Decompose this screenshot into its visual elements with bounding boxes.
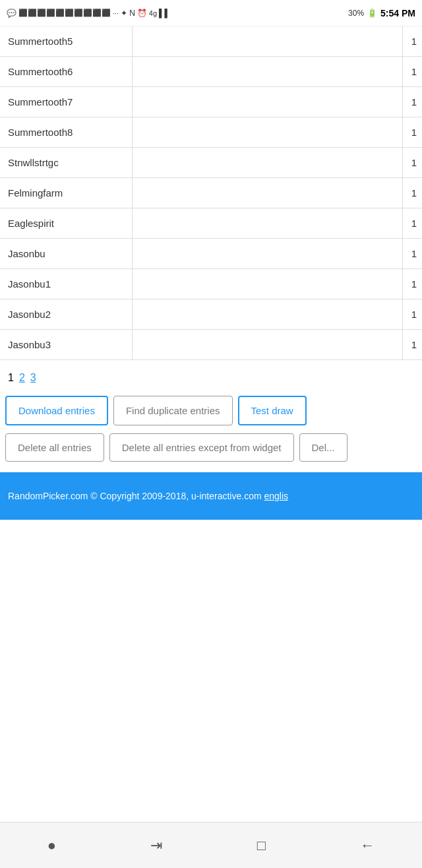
entry-count: 1 — [402, 148, 422, 178]
table-row: Jasonbu3 1 — [0, 330, 422, 360]
nav-home-icon[interactable]: □ — [257, 837, 266, 854]
buttons-row-1: Download entriesFind duplicate entriesTe… — [5, 396, 417, 425]
entries-table-container: Summertooth5 1 Summertooth6 1 Summertoot… — [0, 26, 422, 360]
dots-icon: ··· — [113, 9, 119, 17]
entry-name: Eaglespirit — [0, 208, 132, 239]
download-entries-button[interactable]: Download entries — [5, 396, 108, 425]
entry-col2 — [132, 330, 402, 360]
entry-count: 1 — [402, 330, 422, 360]
signal-bars-icon: ▌▌ — [159, 9, 170, 18]
table-row: Jasonbu 1 — [0, 239, 422, 269]
entry-name: Summertooth6 — [0, 57, 132, 87]
notification-icon: 💬 — [7, 9, 16, 18]
bottom-nav: ● ⇥ □ ← — [0, 822, 422, 868]
nav-tab-icon[interactable]: ⇥ — [150, 837, 162, 854]
table-row: Eaglespirit 1 — [0, 208, 422, 239]
nav-back-icon[interactable]: ← — [360, 837, 375, 854]
entry-count: 1 — [402, 178, 422, 208]
footer: RandomPicker.com © Copyright 2009-2018, … — [0, 472, 422, 520]
status-time: 5:54 PM — [380, 8, 415, 18]
table-row: Summertooth6 1 — [0, 57, 422, 87]
page-2-link[interactable]: 2 — [19, 372, 25, 384]
entry-name: Felmingfarm — [0, 178, 132, 208]
entry-count: 1 — [402, 239, 422, 269]
entry-count: 1 — [402, 208, 422, 239]
footer-copyright: RandomPicker.com © Copyright 2009-2018, … — [8, 491, 264, 501]
table-row: Summertooth5 1 — [0, 26, 422, 57]
entry-col2 — [132, 178, 402, 208]
nfc-icon: N — [129, 9, 135, 18]
table-row: Summertooth8 1 — [0, 117, 422, 148]
entry-name: Jasonbu1 — [0, 269, 132, 299]
entry-col2 — [132, 299, 402, 330]
entry-count: 1 — [402, 299, 422, 330]
entry-col2 — [132, 148, 402, 178]
table-row: Jasonbu1 1 — [0, 269, 422, 299]
page-1: 1 — [8, 372, 14, 384]
page-3-link[interactable]: 3 — [30, 372, 36, 384]
delete-all-button[interactable]: Delete all entries — [5, 433, 104, 462]
nav-dot-icon[interactable]: ● — [47, 837, 56, 854]
entry-name: Jasonbu3 — [0, 330, 132, 360]
find-duplicate-button[interactable]: Find duplicate entries — [113, 396, 233, 425]
entry-count: 1 — [402, 87, 422, 117]
entry-name: Summertooth7 — [0, 87, 132, 117]
action-buttons-section: Download entriesFind duplicate entriesTe… — [0, 396, 422, 472]
status-right: 30% 🔋 5:54 PM — [348, 8, 415, 18]
entry-col2 — [132, 208, 402, 239]
entry-name: Summertooth8 — [0, 117, 132, 148]
test-draw-button[interactable]: Test draw — [238, 396, 307, 425]
table-row: Summertooth7 1 — [0, 87, 422, 117]
bluetooth-icon: ✦ — [121, 9, 127, 18]
entry-name: Stnwllstrtgc — [0, 148, 132, 178]
footer-link[interactable]: englis — [264, 491, 289, 501]
entry-count: 1 — [402, 117, 422, 148]
table-row: Felmingfarm 1 — [0, 178, 422, 208]
entry-count: 1 — [402, 57, 422, 87]
status-bar: 💬 ⬛⬛⬛⬛⬛⬛⬛⬛⬛⬛ ··· ✦ N ⏰ 4g ▌▌ 30% 🔋 5:54 … — [0, 0, 422, 26]
entry-name: Jasonbu — [0, 239, 132, 269]
delete-more-button[interactable]: Del... — [299, 433, 347, 462]
delete-except-widget-button[interactable]: Delete all entries except from widget — [109, 433, 294, 462]
entry-col2 — [132, 57, 402, 87]
status-icons-left: 💬 ⬛⬛⬛⬛⬛⬛⬛⬛⬛⬛ ··· ✦ N ⏰ 4g ▌▌ — [7, 9, 170, 18]
entry-name: Summertooth5 — [0, 26, 132, 57]
entry-col2 — [132, 239, 402, 269]
entries-table: Summertooth5 1 Summertooth6 1 Summertoot… — [0, 26, 422, 360]
entry-name: Jasonbu2 — [0, 299, 132, 330]
table-row: Stnwllstrtgc 1 — [0, 148, 422, 178]
entry-count: 1 — [402, 26, 422, 57]
entry-count: 1 — [402, 269, 422, 299]
entry-col2 — [132, 269, 402, 299]
entry-col2 — [132, 87, 402, 117]
entry-col2 — [132, 26, 402, 57]
table-row: Jasonbu2 1 — [0, 299, 422, 330]
battery-percent: 30% — [348, 9, 364, 18]
app-icons: ⬛⬛⬛⬛⬛⬛⬛⬛⬛⬛ — [18, 9, 111, 17]
pagination: 1 2 3 — [0, 360, 422, 396]
entry-col2 — [132, 117, 402, 148]
buttons-row-2: Delete all entriesDelete all entries exc… — [5, 433, 417, 462]
alarm-icon: ⏰ — [137, 9, 147, 18]
battery-icon: 🔋 — [367, 9, 377, 18]
signal-icon: 4g — [149, 9, 157, 17]
